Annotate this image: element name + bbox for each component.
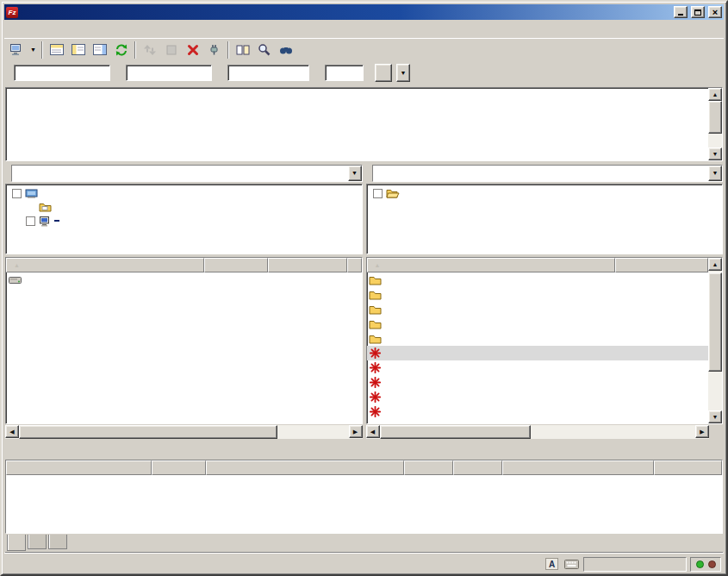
expand-expander-icon[interactable] (26, 216, 35, 226)
menu-item-server[interactable] (53, 27, 65, 32)
scroll-thumb[interactable] (19, 425, 277, 439)
site-manager-button[interactable] (6, 40, 28, 59)
menu-item-bookmarks[interactable] (65, 27, 78, 32)
queue-column-direction[interactable] (152, 460, 206, 475)
close-button[interactable]: × (708, 6, 722, 18)
disconnect-plug-icon (208, 43, 221, 56)
activity-indicator-panel (690, 557, 721, 572)
column-header-filesize[interactable] (204, 258, 268, 272)
quickconnect-bar: ▼ (4, 60, 724, 85)
scroll-track[interactable] (19, 425, 349, 439)
keyboard-icon[interactable] (563, 557, 580, 571)
tab-queued-files[interactable] (7, 535, 26, 551)
queue-body[interactable] (6, 475, 722, 533)
menu-item-help[interactable] (78, 27, 90, 32)
column-header-filesize[interactable] (615, 258, 709, 272)
remote-file-row[interactable] (367, 316, 709, 331)
scroll-track[interactable] (708, 101, 722, 147)
column-header-filename[interactable]: ▲ (367, 258, 615, 272)
remote-file-row[interactable] (367, 375, 709, 390)
stop-queue-button[interactable] (160, 40, 182, 59)
arrow-left-icon: ◀ (9, 429, 14, 435)
local-list-body[interactable] (6, 272, 362, 423)
scroll-thumb[interactable] (708, 101, 722, 134)
tree-item-my-documents[interactable] (6, 200, 362, 214)
column-header-last-modified[interactable] (347, 258, 362, 272)
remote-file-row[interactable] (367, 272, 709, 287)
scroll-down-button[interactable]: ▼ (708, 147, 722, 160)
remote-list-body[interactable] (367, 272, 709, 423)
synchronized-browsing-button[interactable] (275, 40, 296, 59)
queue-column-remote-file[interactable] (206, 460, 404, 475)
quickconnect-dropdown-button[interactable]: ▼ (396, 64, 410, 82)
tab-failed-transfers[interactable] (28, 535, 47, 549)
tree-item-root[interactable] (367, 186, 723, 200)
cancel-button[interactable] (182, 40, 203, 59)
password-input[interactable] (227, 65, 309, 81)
collapse-expander-icon[interactable] (12, 189, 22, 198)
remote-hscrollbar[interactable]: ◀ ▶ (366, 425, 724, 439)
username-input[interactable] (126, 65, 212, 81)
menu-item-edit[interactable] (17, 27, 29, 32)
remote-file-row[interactable] (367, 302, 709, 316)
quickconnect-button[interactable] (375, 64, 392, 82)
remote-file-row[interactable] (367, 287, 709, 302)
tree-item-desktop[interactable] (6, 186, 362, 200)
toggle-message-log-button[interactable] (46, 40, 67, 59)
toggle-local-tree-button[interactable] (67, 40, 89, 59)
local-site-combobox[interactable]: ▼ (11, 165, 363, 182)
scroll-right-button[interactable]: ▶ (349, 425, 363, 438)
local-file-row[interactable] (6, 272, 362, 287)
queue-column-size[interactable] (404, 460, 453, 475)
scroll-down-button[interactable]: ▼ (708, 410, 722, 423)
toggle-remote-tree-button[interactable] (89, 40, 110, 59)
scroll-right-button[interactable]: ▶ (695, 425, 709, 438)
queue-column-priority[interactable] (453, 460, 502, 475)
menu-item-transfer[interactable] (41, 27, 53, 32)
expand-expander-icon[interactable] (373, 189, 383, 198)
scroll-left-button[interactable]: ◀ (5, 425, 19, 438)
remote-file-row-selected[interactable] (367, 346, 709, 360)
scroll-track[interactable] (708, 271, 722, 410)
remote-file-row[interactable] (367, 360, 709, 375)
column-header-filetype[interactable] (268, 258, 347, 272)
local-site-dropdown-button[interactable]: ▼ (348, 166, 362, 181)
find-files-button[interactable] (253, 40, 275, 59)
scroll-thumb[interactable] (708, 272, 722, 372)
queue-column-server-local-file[interactable] (6, 460, 152, 475)
menu-item-view[interactable] (29, 27, 41, 32)
remote-site-input[interactable] (373, 166, 709, 181)
remote-site-dropdown-button[interactable]: ▼ (708, 166, 722, 181)
remote-file-row[interactable] (367, 331, 709, 346)
queue-column-status[interactable] (502, 460, 654, 475)
svg-text:A: A (549, 560, 555, 569)
menu-item-file[interactable] (5, 27, 17, 32)
tab-successful-transfers[interactable] (48, 535, 67, 549)
port-input[interactable] (325, 65, 364, 81)
scroll-up-button[interactable]: ▲ (708, 88, 722, 101)
minimize-button[interactable] (674, 6, 688, 18)
title-bar[interactable]: Fz × (4, 4, 724, 20)
site-manager-dropdown-button[interactable]: ▼ (28, 40, 39, 59)
log-scrollbar[interactable]: ▲ ▼ (708, 88, 722, 160)
remote-file-row[interactable] (367, 404, 709, 419)
local-site-input[interactable] (12, 166, 348, 181)
refresh-button[interactable] (110, 40, 132, 59)
host-input[interactable] (14, 65, 110, 81)
tree-item-my-computer[interactable] (6, 214, 362, 228)
remote-site-combobox[interactable]: ▼ (372, 165, 724, 182)
remote-tree-icon (93, 44, 107, 55)
column-header-filename[interactable]: ▲ (6, 258, 204, 272)
remote-file-row[interactable] (367, 390, 709, 404)
scroll-track[interactable] (380, 425, 696, 439)
remote-list-scrollbar[interactable]: ▲ ▼ (708, 258, 722, 423)
process-queue-button[interactable] (139, 40, 160, 59)
local-hscrollbar[interactable]: ◀ ▶ (5, 425, 363, 439)
ascii-transfer-type-icon[interactable]: A (544, 557, 560, 571)
scroll-thumb[interactable] (380, 425, 531, 439)
disconnect-button[interactable] (203, 40, 225, 59)
scroll-left-button[interactable]: ◀ (366, 425, 380, 438)
maximize-button[interactable] (691, 6, 705, 18)
scroll-up-button[interactable]: ▲ (708, 258, 722, 271)
directory-comparison-button[interactable] (232, 40, 253, 59)
